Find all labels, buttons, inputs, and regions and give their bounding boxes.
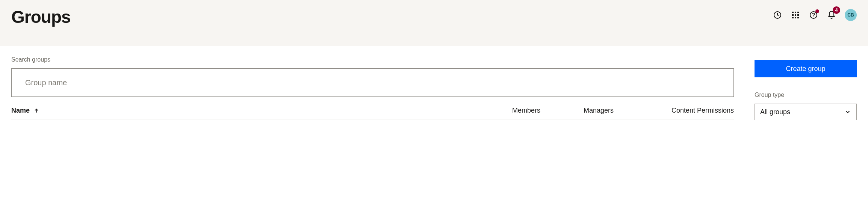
column-header-permissions[interactable]: Content Permissions <box>659 107 734 115</box>
svg-rect-4 <box>792 14 794 16</box>
content-area: Search groups Name Members Managers Cont… <box>0 46 868 131</box>
help-badge-dot <box>815 9 819 13</box>
svg-rect-5 <box>795 14 796 16</box>
search-input[interactable] <box>11 68 734 97</box>
svg-rect-6 <box>797 14 799 16</box>
search-label: Search groups <box>11 56 734 63</box>
group-type-filter: Group type All groups <box>755 92 857 120</box>
apps-grid-icon[interactable] <box>791 10 800 20</box>
clock-icon[interactable] <box>773 10 782 20</box>
sort-ascending-icon <box>33 108 39 114</box>
page-title: Groups <box>11 7 71 27</box>
chevron-down-icon <box>844 109 851 115</box>
column-header-name-label: Name <box>11 107 30 115</box>
svg-rect-3 <box>797 12 799 13</box>
svg-rect-1 <box>792 12 794 13</box>
notification-badge: 4 <box>833 6 840 14</box>
right-column: Create group Group type All groups <box>755 56 857 120</box>
table-header-row: Name Members Managers Content Permission… <box>11 97 734 119</box>
help-icon[interactable] <box>809 10 818 20</box>
svg-rect-2 <box>795 12 796 13</box>
left-column: Search groups Name Members Managers Cont… <box>11 56 734 119</box>
avatar[interactable]: CB <box>845 9 857 21</box>
group-type-select[interactable]: All groups <box>755 104 857 120</box>
header-banner: Groups <box>0 0 868 46</box>
create-group-button[interactable]: Create group <box>755 60 857 77</box>
svg-rect-8 <box>795 17 796 18</box>
column-header-managers[interactable]: Managers <box>584 107 659 115</box>
svg-rect-7 <box>792 17 794 18</box>
svg-rect-9 <box>797 17 799 18</box>
group-type-selected: All groups <box>760 108 790 116</box>
group-type-label: Group type <box>755 92 857 98</box>
column-header-name[interactable]: Name <box>11 107 512 115</box>
svg-point-11 <box>813 17 814 17</box>
column-header-members[interactable]: Members <box>512 107 584 115</box>
header-icon-group: 4 CB <box>773 7 857 21</box>
bell-icon[interactable]: 4 <box>827 10 836 20</box>
